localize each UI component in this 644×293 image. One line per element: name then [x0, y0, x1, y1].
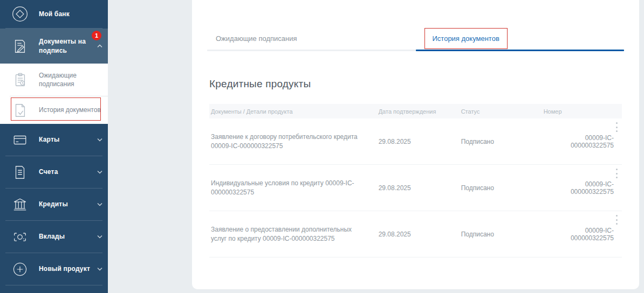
sidebar-item-accounts[interactable]: Счета [0, 156, 108, 188]
section-title: Кредитные продукты [209, 78, 622, 90]
table-row: Заявление о предоставлении дополнительны… [209, 211, 622, 257]
document-number: 00009-IC-000000322575 [544, 227, 622, 242]
new-product-icon [11, 260, 29, 278]
confirmation-date: 29.08.2025 [379, 231, 461, 238]
table-header-row: Документы / Детали продукта Дата подтвер… [209, 104, 622, 118]
confirmation-date: 29.08.2025 [379, 184, 461, 192]
status-value: Подписано [461, 184, 544, 192]
chevron-down-icon [97, 203, 102, 206]
sidebar-item-pending-signing[interactable]: Ожидающие подписания [0, 64, 108, 96]
accounts-icon [11, 163, 29, 182]
column-header-documents: Документы / Детали продукта [209, 108, 379, 115]
row-menu-kebab-icon[interactable] [613, 122, 620, 132]
chevron-down-icon [97, 138, 102, 142]
notification-badge: 1 [92, 31, 101, 40]
content-card: Ожидающие подписания История документов … [192, 0, 639, 289]
sidebar-item-label: Новый продукт [39, 264, 90, 273]
row-menu-kebab-icon[interactable] [613, 215, 620, 225]
sidebar-item-label: Карты [39, 135, 59, 144]
status-value: Подписано [461, 138, 544, 145]
chevron-up-icon [97, 44, 102, 48]
sidebar-item-label: Документы на подпись [39, 37, 88, 54]
credits-icon [11, 196, 29, 214]
document-number: 00009-IC-000000322575 [544, 134, 622, 149]
tab-pending-signing[interactable]: Ожидающие подписания [207, 26, 416, 51]
column-header-date: Дата подтверждения [379, 108, 461, 115]
document-number: 00009-IC-000000322575 [544, 180, 622, 196]
document-title: Заявление к договору потребительского кр… [209, 132, 379, 151]
sidebar-item-label: Ожидающие подписания [39, 71, 93, 88]
sidebar-item-cards[interactable]: Карты [0, 124, 108, 156]
sidebar-item-new-product[interactable]: Новый продукт [0, 253, 108, 285]
chevron-down-icon [97, 235, 102, 239]
cards-icon [11, 131, 29, 149]
document-check-icon [11, 101, 29, 120]
sidebar-item-credits[interactable]: Кредиты [0, 189, 108, 220]
sidebar-item-label: Мой банк [39, 10, 70, 18]
sidebar-item-document-history[interactable]: История документов [0, 96, 108, 124]
tab-label: История документов [424, 28, 508, 49]
sidebar-submenu: Ожидающие подписания История документов [0, 64, 108, 124]
table-row: Индивидуальные условия по кредиту 00009-… [209, 165, 622, 211]
credit-products-table: Документы / Детали продукта Дата подтвер… [209, 104, 622, 257]
confirmation-date: 29.08.2025 [379, 138, 461, 145]
table-row: Заявление к договору потребительского кр… [209, 118, 622, 165]
bank-logo-icon [11, 5, 29, 23]
sidebar-item-documents-to-sign[interactable]: Документы на подпись 1 [0, 29, 108, 64]
column-header-status: Статус [461, 108, 544, 115]
document-title: Индивидуальные условия по кредиту 00009-… [209, 179, 379, 197]
chevron-down-icon [97, 170, 102, 174]
sidebar-item-deposits[interactable]: Вклады [0, 221, 108, 253]
chevron-down-icon [97, 267, 102, 271]
status-value: Подписано [461, 231, 544, 238]
sidebar-item-label: Счета [39, 168, 58, 176]
deposits-icon [11, 228, 29, 246]
sidebar-item-label: Вклады [39, 232, 65, 241]
sidebar-item-label: История документов [39, 106, 101, 114]
row-menu-kebab-icon[interactable] [613, 169, 620, 178]
tab-bar: Ожидающие подписания История документов [207, 26, 624, 51]
sidebar-item-my-bank[interactable]: Мой банк [0, 0, 108, 28]
tab-document-history[interactable]: История документов [416, 26, 625, 51]
sidebar-item-label: Кредиты [39, 200, 68, 208]
column-header-number: Номер [544, 108, 622, 115]
tab-label: Ожидающие подписания [216, 34, 297, 43]
clipboard-clock-icon [11, 71, 29, 89]
sidebar: Мой банк Документы на подпись 1 [0, 0, 108, 293]
document-title: Заявление о предоставлении дополнительны… [209, 225, 379, 243]
divider [5, 285, 102, 285]
document-sign-icon [11, 37, 29, 55]
